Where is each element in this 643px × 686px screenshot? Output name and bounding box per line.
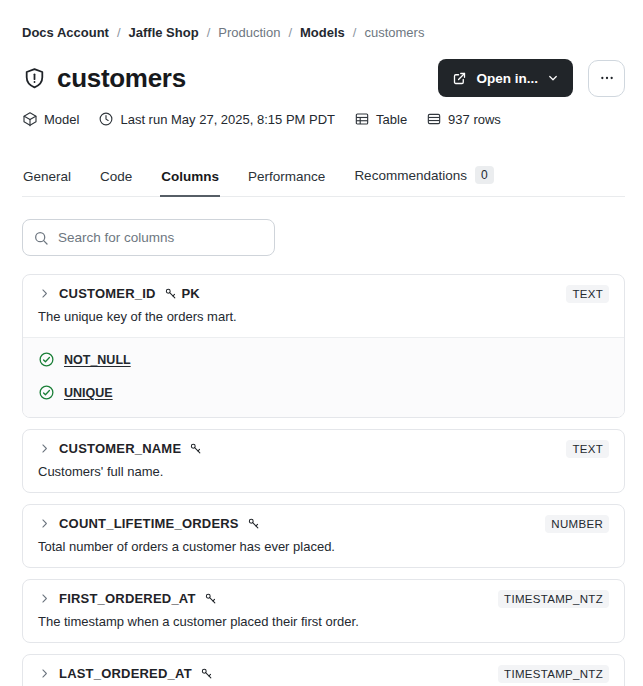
tab-label: General [23,169,71,184]
tab-columns[interactable]: Columns [160,163,220,197]
column-name: COUNT_LIFETIME_ORDERS [59,516,239,531]
meta-label: 937 rows [448,112,501,127]
tab-performance[interactable]: Performance [247,163,326,197]
breadcrumb-item[interactable]: Production [218,25,280,40]
meta-item: Model [22,111,79,127]
key-icon [204,592,218,606]
pk-label: PK [182,286,200,301]
column-type-badge: TEXT [566,440,609,458]
column-type-badge: TIMESTAMP_NTZ [498,590,609,608]
primary-key-indicator [200,667,218,681]
breadcrumb-item[interactable]: customers [364,25,424,40]
column-description: The unique key of the orders mart. [38,309,609,325]
tab-recommendations[interactable]: Recommendations 0 [353,160,494,197]
tab-bar: General Code Columns Performance Recomme… [22,160,625,197]
breadcrumb-item[interactable]: Jaffle Shop [129,25,199,40]
column-tests: NOT_NULL UNIQUE [23,337,624,417]
chevron-right-icon[interactable] [38,517,51,530]
chevron-right-icon[interactable] [38,287,51,300]
clock-icon [98,111,114,127]
key-icon [189,442,203,456]
check-circle-icon [38,351,55,368]
column-name: CUSTOMER_ID [59,286,156,301]
breadcrumb-separator: / [207,25,211,40]
test-link[interactable]: NOT_NULL [64,353,131,367]
column-name: LAST_ORDERED_AT [59,666,192,681]
meta-label: Last run May 27, 2025, 8:15 PM PDT [120,112,335,127]
breadcrumb-separator: / [288,25,292,40]
chevron-down-icon [547,72,559,84]
meta-label: Table [376,112,407,127]
title-wrap: customers [22,63,186,94]
meta-label: Model [44,112,79,127]
column-card: CUSTOMER_NAME TEXT Customers' full name. [22,429,625,493]
search-box [22,219,275,256]
primary-key-indicator: PK [164,286,200,301]
column-description: Total number of orders a customer has ev… [38,539,609,555]
column-type-badge: TEXT [566,285,609,303]
column-card: COUNT_LIFETIME_ORDERS NUMBER Total numbe… [22,504,625,568]
breadcrumb: Docs Account/Jaffle Shop/Production/Mode… [22,25,625,40]
columns-list: CUSTOMER_ID PK TEXT The unique key of th… [22,274,625,686]
open-in-label: Open in... [476,71,538,86]
primary-key-indicator [189,442,207,456]
column-name: CUSTOMER_NAME [59,441,181,456]
chevron-right-icon[interactable] [38,667,51,680]
test-link[interactable]: UNIQUE [64,386,113,400]
column-type-badge: NUMBER [545,515,609,533]
column-type-badge: TIMESTAMP_NTZ [498,665,609,683]
key-icon [164,287,178,301]
chevron-right-icon[interactable] [38,592,51,605]
primary-key-indicator [247,517,265,531]
header-actions: Open in... [438,59,625,97]
chevron-right-icon[interactable] [38,442,51,455]
ellipsis-icon [599,70,615,86]
tab-count-badge: 0 [475,166,494,184]
meta-item: Last run May 27, 2025, 8:15 PM PDT [98,111,335,127]
tab-label: Performance [248,169,325,184]
tab-label: Columns [161,169,219,184]
breadcrumb-separator: / [117,25,121,40]
tab-general[interactable]: General [22,163,72,197]
external-link-icon [452,71,467,86]
column-card: LAST_ORDERED_AT TIMESTAMP_NTZ The timest… [22,654,625,686]
breadcrumb-item[interactable]: Docs Account [22,25,109,40]
shield-alert-icon [22,66,47,91]
open-in-button[interactable]: Open in... [438,59,573,97]
rows-icon [426,111,442,127]
model-detail-page: Docs Account/Jaffle Shop/Production/Mode… [0,0,643,686]
breadcrumb-item[interactable]: Models [300,25,345,40]
tab-code[interactable]: Code [99,163,133,197]
primary-key-indicator [204,592,222,606]
column-name: FIRST_ORDERED_AT [59,591,196,606]
test-row: UNIQUE [38,376,609,409]
column-description: The timestamp when a customer placed the… [38,614,609,630]
column-card: FIRST_ORDERED_AT TIMESTAMP_NTZ The times… [22,579,625,643]
test-row: NOT_NULL [38,343,609,376]
tab-label: Code [100,169,132,184]
table-icon [354,111,370,127]
key-icon [247,517,261,531]
column-card: CUSTOMER_ID PK TEXT The unique key of th… [22,274,625,418]
breadcrumb-separator: / [353,25,357,40]
search-icon [33,230,49,246]
meta-row: Model Last run May 27, 2025, 8:15 PM PDT… [22,111,625,127]
page-title: customers [57,63,186,94]
page-header: customers Open in... [22,59,625,97]
search-input[interactable] [22,219,275,256]
meta-item: 937 rows [426,111,501,127]
check-circle-icon [38,384,55,401]
package-icon [22,111,38,127]
meta-item: Table [354,111,407,127]
key-icon [200,667,214,681]
column-description: Customers' full name. [38,464,609,480]
tab-label: Recommendations [354,168,467,183]
more-actions-button[interactable] [588,60,625,97]
